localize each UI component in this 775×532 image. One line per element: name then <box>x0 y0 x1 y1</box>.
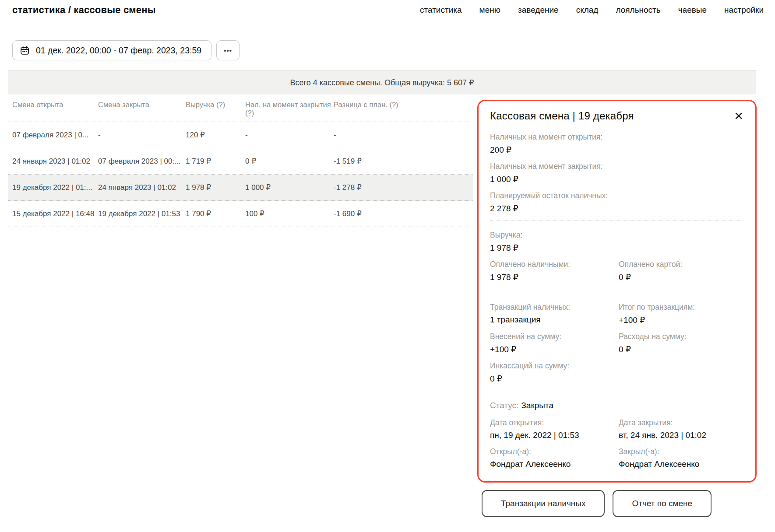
field-label: Расходы на сумму: <box>619 332 744 341</box>
cell-revenue: 1 719 ₽ <box>186 157 245 166</box>
cell-shift-closed: 19 декабря 2022 | 01:53 <box>98 210 186 218</box>
field-cash-open: Наличных на момент открытия: 200 ₽ <box>490 133 744 155</box>
field-deposits: Внесений на сумму: +100 ₽ <box>490 332 619 354</box>
nav-item-loyalty[interactable]: лояльность <box>616 5 660 15</box>
field-label: Внесений на сумму: <box>490 332 619 341</box>
cell-shift-closed: - <box>98 131 186 140</box>
field-label: Дата открытия: <box>490 418 619 427</box>
calendar-icon <box>20 46 30 56</box>
field-transactions-total: Итог по транзакциям: +100 ₽ <box>619 303 744 325</box>
table-row[interactable]: 07 февраля 2023 | 0... - 120 ₽ - - <box>8 122 473 148</box>
column-header-shift-closed: Смена закрыта <box>98 101 186 109</box>
field-revenue: Выручка: 1 978 ₽ <box>490 231 744 253</box>
cell-revenue: 1 978 ₽ <box>186 183 245 192</box>
field-value: 0 ₽ <box>619 272 744 282</box>
cell-shift-closed: 24 января 2023 | 01:02 <box>98 183 186 192</box>
field-collections: Инкассаций на сумму: 0 ₽ <box>490 361 744 384</box>
field-label: Наличных на момент закрытия: <box>490 162 744 171</box>
field-label: Выручка: <box>490 231 744 240</box>
field-value: 2 278 ₽ <box>490 203 744 214</box>
column-header-plan-diff: Разница с план. (?) <box>334 101 473 109</box>
cell-revenue: 120 ₽ <box>186 130 245 140</box>
panel-title: Кассовая смена | 19 декабря <box>490 110 634 122</box>
field-label: Инкассаций на сумму: <box>490 361 744 371</box>
field-label: Итог по транзакциям: <box>619 303 744 312</box>
filter-toolbar: 01 дек. 2022, 00:00 - 07 февр. 2023, 23:… <box>12 40 240 60</box>
field-cash-close: Наличных на момент закрытия: 1 000 ₽ <box>490 162 744 184</box>
breadcrumb: статистика / кассовые смены <box>12 4 156 16</box>
top-bar: статистика / кассовые смены статистика м… <box>12 4 764 16</box>
more-options-button[interactable]: ••• <box>216 40 240 60</box>
section-divider <box>490 293 744 293</box>
field-value: +100 ₽ <box>490 344 619 354</box>
table-row[interactable]: 24 января 2023 | 01:02 07 февраля 2023 |… <box>8 148 473 175</box>
cell-cash-at-close: 1 000 ₽ <box>245 183 334 192</box>
field-value: 1 000 ₽ <box>490 174 744 184</box>
nav-item-tips[interactable]: чаевые <box>678 5 707 15</box>
nav-item-warehouse[interactable]: склад <box>576 5 599 15</box>
cell-cash-at-close: 0 ₽ <box>245 157 334 166</box>
field-opened-by: Открыл(-а): Фондрат Алексеенко <box>490 447 619 469</box>
cell-plan-diff: -1 690 ₽ <box>334 209 473 218</box>
column-header-revenue: Выручка (?) <box>186 101 245 109</box>
shifts-table: Смена открыта Смена закрыта Выручка (?) … <box>8 94 473 227</box>
field-closed-by: Закрыл(-а): Фондрат Алексеенко <box>619 447 744 469</box>
field-label: Дата закрытия: <box>619 418 744 427</box>
content-divider <box>473 94 473 532</box>
nav-item-settings[interactable]: настройки <box>724 5 764 15</box>
nav-item-statistics[interactable]: статистика <box>420 5 462 15</box>
status-field: Статус:Закрыта <box>490 401 744 410</box>
field-paid-cash: Оплачено наличными: 1 978 ₽ <box>490 260 619 282</box>
cell-revenue: 1 790 ₽ <box>186 209 245 218</box>
status-badge: Закрыта <box>521 401 553 410</box>
field-label: Планируемый остаток наличных: <box>490 191 744 200</box>
column-header-shift-opened: Смена открыта <box>12 101 98 109</box>
field-close-date: Дата закрытия: вт, 24 янв. 2023 | 01:02 <box>619 418 744 440</box>
field-value: вт, 24 янв. 2023 | 01:02 <box>619 430 744 440</box>
cell-shift-opened: 07 февраля 2023 | 0... <box>12 131 98 140</box>
field-value: пн, 19 дек. 2022 | 01:53 <box>490 430 619 440</box>
cell-cash-at-close: 100 ₽ <box>245 209 334 218</box>
field-value: Фондрат Алексеенко <box>619 459 744 469</box>
field-label: Оплачено картой: <box>619 260 744 269</box>
field-label: Наличных на момент открытия: <box>490 133 744 142</box>
close-icon[interactable]: × <box>733 110 744 121</box>
field-value: 1 978 ₽ <box>490 272 619 282</box>
cell-plan-diff: -1 519 ₽ <box>334 157 473 166</box>
cell-plan-diff: - <box>334 131 473 140</box>
cash-transactions-button[interactable]: Транзакции наличных <box>482 490 605 517</box>
cell-shift-opened: 19 декабря 2022 | 01:... <box>12 183 98 192</box>
cell-shift-closed: 07 февраля 2023 | 00:... <box>98 157 186 166</box>
section-divider <box>490 391 744 391</box>
field-value: 200 ₽ <box>490 145 744 155</box>
column-header-cash-at-close: Нал. на момент закрытия (?) <box>245 101 334 117</box>
section-divider <box>490 220 744 221</box>
table-row[interactable]: 15 декабря 2022 | 16:48 19 декабря 2022 … <box>8 201 473 227</box>
nav-item-menu[interactable]: меню <box>479 5 500 15</box>
field-label: Закрыл(-а): <box>619 447 744 456</box>
field-planned-cash: Планируемый остаток наличных: 2 278 ₽ <box>490 191 744 214</box>
field-value: 1 транзакция <box>490 315 619 325</box>
field-value: 0 ₽ <box>619 344 744 354</box>
cell-cash-at-close: - <box>245 131 334 140</box>
date-range-button[interactable]: 01 дек. 2022, 00:00 - 07 февр. 2023, 23:… <box>12 40 211 60</box>
shift-detail-card: Кассовая смена | 19 декабря × Наличных н… <box>477 100 757 483</box>
nav-item-venue[interactable]: заведение <box>518 5 559 15</box>
table-header-row: Смена открыта Смена закрыта Выручка (?) … <box>8 94 473 122</box>
field-value: 1 978 ₽ <box>490 243 744 253</box>
field-cash-transactions: Транзакций наличных: 1 транзакция <box>490 303 619 325</box>
field-paid-card: Оплачено картой: 0 ₽ <box>619 260 744 282</box>
field-label: Транзакций наличных: <box>490 303 619 312</box>
shift-detail-area: Кассовая смена | 19 декабря × Наличных н… <box>477 100 757 517</box>
summary-text: Всего 4 кассовые смены. Общая выручка: 5… <box>290 78 474 88</box>
field-value: 0 ₽ <box>490 374 744 384</box>
date-range-label: 01 дек. 2022, 00:00 - 07 февр. 2023, 23:… <box>36 46 201 56</box>
field-open-date: Дата открытия: пн, 19 дек. 2022 | 01:53 <box>490 418 619 440</box>
field-value: +100 ₽ <box>619 315 744 325</box>
table-row-selected[interactable]: 19 декабря 2022 | 01:... 24 января 2023 … <box>8 175 473 201</box>
cell-plan-diff: -1 278 ₽ <box>334 183 473 192</box>
field-expenses: Расходы на сумму: 0 ₽ <box>619 332 744 354</box>
status-label: Статус: <box>490 401 518 410</box>
shift-report-button[interactable]: Отчет по смене <box>613 490 712 517</box>
field-label: Оплачено наличными: <box>490 260 619 269</box>
